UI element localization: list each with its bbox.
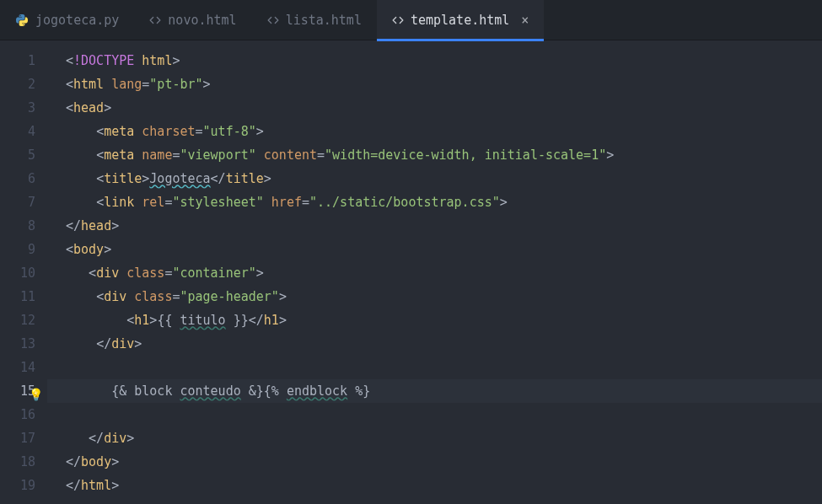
code-area[interactable]: <!DOCTYPE html><html lang="pt-br"><head>…	[47, 40, 822, 504]
code-line[interactable]: <link rel="stylesheet" href="../static/b…	[47, 190, 822, 214]
code-line[interactable]: </div>	[47, 332, 822, 356]
line-number: 13	[0, 332, 47, 356]
close-icon[interactable]: ×	[521, 13, 529, 28]
line-gutter: 123456789101112131415💡16171819	[0, 40, 47, 504]
line-number: 18	[0, 450, 47, 474]
code-line[interactable]: <html lang="pt-br">	[47, 72, 822, 96]
code-line[interactable]: </body>	[47, 450, 822, 474]
html-icon	[392, 14, 404, 26]
tab-label: lista.html	[286, 13, 362, 28]
line-number: 8	[0, 214, 47, 238]
code-line[interactable]	[47, 403, 822, 426]
code-line[interactable]: <div class="container">	[47, 261, 822, 285]
line-number: 17	[0, 426, 47, 450]
code-line[interactable]: <!DOCTYPE html>	[47, 49, 822, 72]
code-line[interactable]: </html>	[47, 474, 822, 497]
tab-template-html[interactable]: template.html ×	[377, 0, 544, 40]
line-number: 15💡	[0, 379, 47, 403]
code-line[interactable]: </head>	[47, 214, 822, 238]
line-number: 10	[0, 261, 47, 285]
code-line[interactable]: <h1>{{ titulo }}</h1>	[47, 308, 822, 332]
code-line[interactable]: <div class="page-header">	[47, 285, 822, 308]
html-icon	[149, 14, 161, 26]
line-number: 14	[0, 356, 47, 379]
line-number: 6	[0, 167, 47, 190]
line-number: 4	[0, 120, 47, 143]
line-number: 5	[0, 143, 47, 167]
tab-label: novo.html	[168, 13, 236, 28]
tab-jogoteca-py[interactable]: jogoteca.py	[0, 0, 134, 40]
line-number: 7	[0, 190, 47, 214]
code-line[interactable]: <title>Jogoteca</title>	[47, 167, 822, 190]
line-number: 19	[0, 474, 47, 497]
code-line[interactable]: </div>	[47, 426, 822, 450]
line-number: 1	[0, 49, 47, 72]
line-number: 12	[0, 308, 47, 332]
line-number: 11	[0, 285, 47, 308]
code-line[interactable]: <meta name="viewport" content="width=dev…	[47, 143, 822, 167]
line-number: 2	[0, 72, 47, 96]
code-line[interactable]: <head>	[47, 96, 822, 120]
code-editor[interactable]: 123456789101112131415💡16171819 <!DOCTYPE…	[0, 40, 822, 504]
tab-novo-html[interactable]: novo.html	[134, 0, 251, 40]
python-icon	[15, 13, 29, 27]
code-line[interactable]: <meta charset="utf-8">	[47, 120, 822, 143]
editor-tabs: jogoteca.py novo.html lista.html templat…	[0, 0, 822, 40]
code-line[interactable]	[47, 356, 822, 379]
tab-label: template.html	[411, 13, 509, 28]
tab-lista-html[interactable]: lista.html	[252, 0, 377, 40]
line-number: 16	[0, 403, 47, 426]
tab-label: jogoteca.py	[35, 13, 119, 28]
code-line[interactable]: {& block conteudo &}{% endblock %}	[47, 379, 822, 403]
code-line[interactable]: <body>	[47, 238, 822, 261]
html-icon	[267, 14, 279, 26]
line-number: 9	[0, 238, 47, 261]
line-number: 3	[0, 96, 47, 120]
